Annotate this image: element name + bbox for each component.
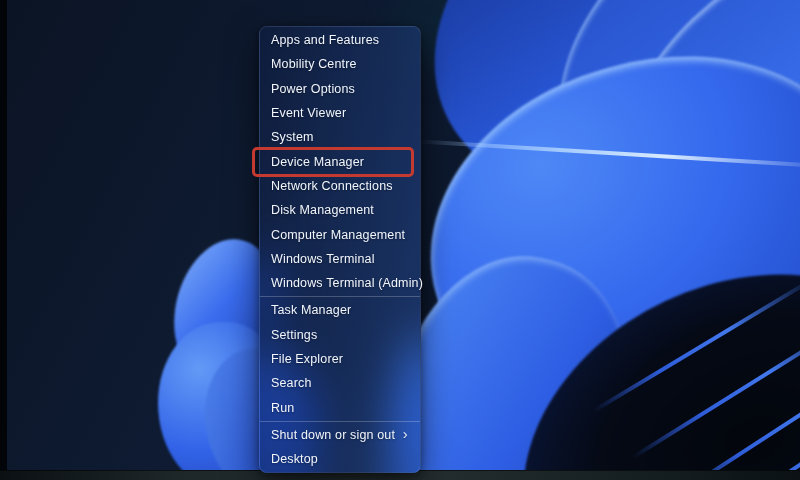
menu-item-file-explorer[interactable]: File Explorer	[260, 347, 420, 371]
menu-item-label: Task Manager	[271, 303, 351, 317]
menu-item-label: Shut down or sign out	[271, 428, 395, 442]
menu-item-label: Windows Terminal (Admin)	[271, 276, 423, 290]
menu-item-label: Network Connections	[271, 179, 393, 193]
menu-item-run[interactable]: Run	[260, 395, 420, 419]
menu-item-label: Device Manager	[271, 155, 364, 169]
menu-item-mobility-centre[interactable]: Mobility Centre	[260, 52, 420, 76]
menu-separator	[260, 296, 420, 297]
menu-item-system[interactable]: System	[260, 125, 420, 149]
menu-item-network-connections[interactable]: Network Connections	[260, 174, 420, 198]
menu-item-desktop[interactable]: Desktop	[260, 447, 420, 471]
menu-item-label: Settings	[271, 328, 317, 342]
submenu-chevron-icon: ›	[403, 426, 408, 441]
menu-item-label: Desktop	[271, 452, 318, 466]
menu-item-apps-and-features[interactable]: Apps and Features	[260, 28, 420, 52]
screen-left-edge	[0, 0, 7, 480]
menu-item-disk-management[interactable]: Disk Management	[260, 198, 420, 222]
menu-item-shut-down-or-sign-out[interactable]: Shut down or sign out›	[260, 423, 420, 447]
menu-item-search[interactable]: Search	[260, 371, 420, 395]
menu-item-label: Disk Management	[271, 203, 374, 217]
menu-item-label: Mobility Centre	[271, 57, 357, 71]
menu-item-windows-terminal-admin[interactable]: Windows Terminal (Admin)	[260, 271, 420, 295]
menu-item-settings[interactable]: Settings	[260, 323, 420, 347]
menu-item-event-viewer[interactable]: Event Viewer	[260, 101, 420, 125]
menu-separator	[260, 421, 420, 422]
menu-item-device-manager[interactable]: Device Manager	[260, 149, 420, 173]
menu-item-label: File Explorer	[271, 352, 343, 366]
menu-item-computer-management[interactable]: Computer Management	[260, 222, 420, 246]
menu-item-label: Power Options	[271, 82, 355, 96]
menu-item-label: Apps and Features	[271, 33, 379, 47]
menu-item-label: Run	[271, 401, 294, 415]
menu-item-label: System	[271, 130, 314, 144]
menu-item-label: Windows Terminal	[271, 252, 375, 266]
menu-item-label: Event Viewer	[271, 106, 346, 120]
winx-context-menu: Apps and FeaturesMobility CentrePower Op…	[259, 26, 421, 473]
menu-item-windows-terminal[interactable]: Windows Terminal	[260, 247, 420, 271]
menu-item-task-manager[interactable]: Task Manager	[260, 298, 420, 322]
menu-item-power-options[interactable]: Power Options	[260, 77, 420, 101]
menu-item-label: Search	[271, 376, 312, 390]
menu-item-label: Computer Management	[271, 228, 405, 242]
